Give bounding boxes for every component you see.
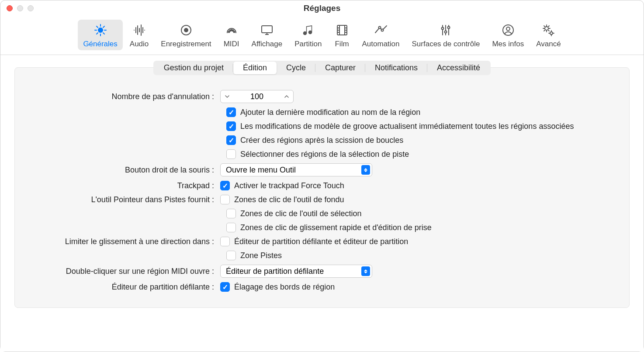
- subtab-accessibility[interactable]: Accessibilité: [427, 62, 490, 74]
- toolbar: Générales Audio Enregistrement MIDI Affi…: [0, 16, 644, 55]
- checkbox-label: Sélectionner des régions de la sélection…: [240, 150, 409, 159]
- record-icon: [178, 23, 194, 37]
- checkbox-label: Zones de clic de l'outil de fondu: [234, 195, 344, 204]
- svg-rect-8: [262, 26, 272, 33]
- svg-point-3: [228, 31, 229, 33]
- minimize-button[interactable]: [17, 5, 23, 11]
- traffic-lights: [7, 5, 34, 11]
- svg-point-0: [98, 28, 103, 32]
- checkbox-quick-swipe[interactable]: [226, 223, 236, 232]
- checkbox-add-last-modification[interactable]: [226, 107, 236, 117]
- subtab-group: Gestion du projet Édition Cycle Capturer…: [153, 61, 491, 75]
- row-quick-swipe: Zones de clic de glissement rapide et d'…: [226, 223, 612, 232]
- toolbar-label: Générales: [83, 40, 117, 48]
- close-button[interactable]: [7, 5, 13, 11]
- row-undo-steps: Nombre de pas d'annulation : 100: [32, 90, 612, 103]
- svg-point-9: [304, 32, 307, 35]
- checkbox-label: Ajouter la dernière modification au nom …: [240, 108, 420, 117]
- checkbox-label: Zone Pistes: [240, 251, 282, 260]
- toolbar-item-advanced[interactable]: Avancé: [531, 20, 566, 50]
- double-click-select[interactable]: Éditeur de partition défilante: [220, 265, 372, 278]
- checkbox-tracks-area[interactable]: [226, 251, 236, 260]
- svg-point-6: [229, 30, 231, 31]
- svg-point-7: [232, 30, 233, 31]
- row-limit-drag: Limiter le glissement à une direction da…: [32, 237, 612, 246]
- checkbox-label: Les modifications de modèle de groove ac…: [240, 122, 574, 131]
- automation-icon: [373, 23, 389, 37]
- midi-icon: [224, 23, 239, 37]
- toolbar-label: Surfaces de contrôle: [412, 40, 480, 48]
- subtab-project-management[interactable]: Gestion du projet: [154, 62, 233, 74]
- toolbar-item-general[interactable]: Générales: [78, 20, 122, 50]
- content-area: Gestion du projet Édition Cycle Capturer…: [0, 55, 644, 352]
- subtabs: Gestion du projet Édition Cycle Capturer…: [15, 61, 629, 75]
- svg-point-19: [545, 27, 548, 30]
- svg-point-13: [381, 29, 383, 31]
- subtab-notifications[interactable]: Notifications: [365, 62, 427, 74]
- row-pointer-tool: L'outil Pointeur dans Pistes fournit : Z…: [32, 195, 612, 204]
- checkbox-clip-edges[interactable]: [220, 282, 230, 292]
- checkbox-groove-template[interactable]: [226, 121, 236, 131]
- checkbox-piano-score-editor[interactable]: [220, 237, 230, 246]
- subtab-editing[interactable]: Édition: [233, 62, 277, 74]
- row-piano-roll: Éditeur de partition défilante : Élagage…: [32, 282, 612, 292]
- toolbar-item-display[interactable]: Affichage: [246, 20, 288, 50]
- right-mouse-select[interactable]: Ouvre le menu Outil: [220, 163, 372, 176]
- toolbar-item-automation[interactable]: Automation: [357, 20, 405, 50]
- toolbar-label: Mes infos: [492, 40, 524, 48]
- piano-roll-label: Éditeur de partition défilante :: [32, 283, 220, 292]
- toolbar-item-midi[interactable]: MIDI: [218, 20, 245, 50]
- settings-panel: Gestion du projet Édition Cycle Capturer…: [14, 67, 630, 308]
- svg-point-18: [506, 27, 510, 31]
- checkbox-label: Éditeur de partition défilante et éditeu…: [234, 237, 408, 246]
- window-title: Réglages: [0, 3, 644, 13]
- row-trackpad: Trackpad : Activer le trackpad Force Tou…: [32, 181, 612, 190]
- subtab-catch[interactable]: Capturer: [315, 62, 365, 74]
- row-add-last-modification: Ajouter la dernière modification au nom …: [226, 107, 612, 117]
- select-value: Ouvre le menu Outil: [226, 166, 296, 175]
- waveform-icon: [132, 23, 147, 37]
- toolbar-item-movie[interactable]: Film: [329, 20, 355, 50]
- undo-steps-label: Nombre de pas d'annulation :: [32, 92, 220, 101]
- select-arrows-icon: [361, 165, 370, 175]
- toolbar-item-recording[interactable]: Enregistrement: [156, 20, 216, 50]
- row-create-regions: Créer des régions après la scission de b…: [226, 135, 612, 145]
- row-groove-template: Les modifications de modèle de groove ac…: [226, 121, 612, 131]
- svg-point-10: [309, 31, 312, 34]
- toolbar-item-control-surfaces[interactable]: Surfaces de contrôle: [407, 20, 485, 50]
- checkbox-select-regions[interactable]: [226, 149, 236, 159]
- display-icon: [259, 23, 275, 37]
- pointer-tool-label: L'outil Pointeur dans Pistes fournit :: [32, 195, 220, 204]
- svg-point-5: [233, 31, 235, 33]
- toolbar-item-score[interactable]: Partition: [289, 20, 327, 50]
- toolbar-label: Partition: [294, 40, 322, 48]
- gear-icon: [93, 23, 108, 37]
- checkbox-label: Élagage des bords de région: [234, 283, 335, 292]
- checkbox-create-regions[interactable]: [226, 135, 236, 145]
- toolbar-item-my-info[interactable]: Mes infos: [487, 20, 529, 50]
- row-double-click: Double-cliquer sur une région MIDI ouvre…: [32, 265, 612, 278]
- sliders-icon: [438, 23, 454, 37]
- stepper-increment[interactable]: [280, 90, 293, 103]
- settings-window: Réglages Générales Audio Enregistrement …: [0, 0, 644, 352]
- subtab-cycle[interactable]: Cycle: [277, 62, 315, 74]
- row-select-regions: Sélectionner des régions de la sélection…: [226, 149, 612, 159]
- select-value: Éditeur de partition défilante: [226, 267, 324, 276]
- double-click-label: Double-cliquer sur une région MIDI ouvre…: [32, 267, 220, 276]
- svg-point-15: [445, 31, 447, 33]
- stepper-decrement[interactable]: [221, 90, 234, 103]
- checkbox-label: Activer le trackpad Force Touch: [234, 181, 344, 190]
- checkbox-fade-tool[interactable]: [220, 195, 230, 204]
- svg-point-20: [550, 32, 553, 35]
- checkbox-force-touch[interactable]: [220, 181, 230, 190]
- toolbar-label: Avancé: [536, 40, 561, 48]
- row-selection-tool: Zones de clic de l'outil de sélection: [226, 209, 612, 218]
- limit-drag-label: Limiter le glissement à une direction da…: [32, 237, 220, 246]
- maximize-button[interactable]: [28, 5, 34, 11]
- gears-icon: [540, 23, 556, 37]
- toolbar-item-audio[interactable]: Audio: [125, 20, 154, 50]
- person-icon: [500, 23, 516, 37]
- undo-steps-stepper[interactable]: 100: [220, 90, 294, 103]
- film-icon: [334, 23, 350, 37]
- checkbox-selection-tool[interactable]: [226, 209, 236, 218]
